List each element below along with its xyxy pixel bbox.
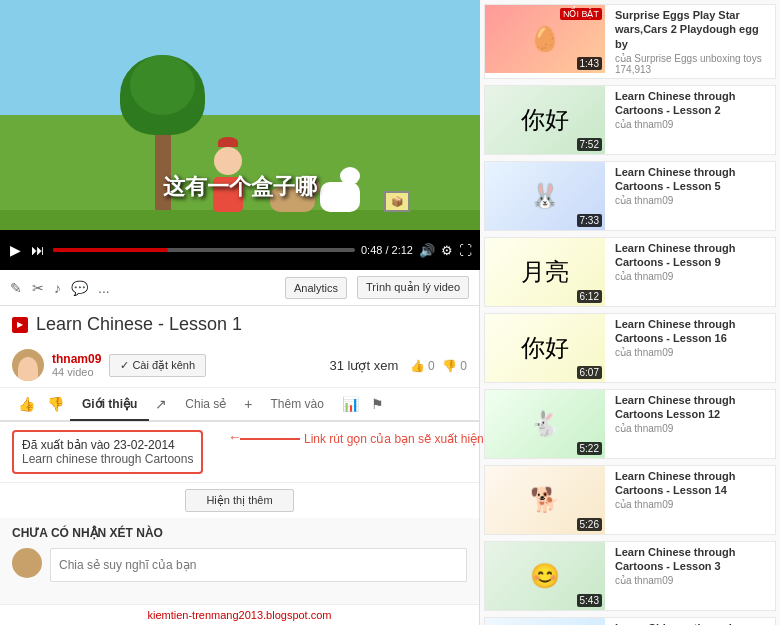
- channel-name[interactable]: thnam09: [52, 352, 101, 366]
- manage-videos-button[interactable]: Trình quản lý video: [357, 276, 469, 299]
- commenter-avatar: [12, 548, 42, 578]
- video-duration: 7:52: [577, 138, 602, 151]
- channel-left: thnam09 44 video ✓ Cài đặt kênh: [12, 349, 206, 381]
- sidebar-item-channel: của thnam09: [615, 575, 771, 586]
- goat-head: [340, 167, 360, 185]
- show-more-area: Hiện thị thêm: [0, 482, 479, 518]
- description-area: Đã xuất bản vào 23-02-2014 Learn chinese…: [0, 422, 479, 482]
- stats-icon[interactable]: 📊: [336, 388, 365, 420]
- video-scene: 📦 这有一个盒子哪: [0, 0, 480, 230]
- sidebar-item-channel: của thnam09: [615, 423, 771, 434]
- sidebar-item-info: Surprise Eggs Play Star wars,Cars 2 Play…: [611, 5, 775, 78]
- youtube-icon: [12, 317, 28, 333]
- annotation-arrow: [240, 438, 300, 440]
- sidebar-item-info: Learn Chinese through Cartoons - Lesson …: [611, 466, 775, 534]
- goat-character: [320, 182, 360, 212]
- like-count: 👍 0: [410, 359, 435, 373]
- video-duration: 5:26: [577, 518, 602, 531]
- analytics-button[interactable]: Analytics: [285, 277, 347, 299]
- sidebar-item-title: Learn Chinese through Cartoons - Lesson …: [615, 621, 771, 625]
- sidebar-item-channel: của thnam09: [615, 347, 771, 358]
- video-player[interactable]: 📦 这有一个盒子哪 ▶ ⏭ 0:48 / 2:12 🔊 ⚙ ⛶: [0, 0, 480, 270]
- sidebar-thumbnail: 🐕5:26: [485, 466, 605, 534]
- comment-input[interactable]: [50, 548, 467, 582]
- sidebar-item-title: Learn Chinese through Cartoons - Lesson …: [615, 545, 771, 574]
- description-box: Đã xuất bản vào 23-02-2014 Learn chinese…: [12, 430, 203, 474]
- channel-details: thnam09 44 video: [52, 352, 101, 378]
- sidebar-item[interactable]: 你好7:52Learn Chinese through Cartoons - L…: [484, 85, 776, 155]
- sidebar-thumbnail: 河水5:43: [485, 618, 605, 625]
- music-icon[interactable]: ♪: [54, 280, 61, 296]
- sidebar-item[interactable]: 🐇5:22Learn Chinese through Cartoons Less…: [484, 389, 776, 459]
- featured-badge: NỔI BẬT: [560, 8, 602, 20]
- video-duration: 5:22: [577, 442, 602, 455]
- fullscreen-icon[interactable]: ⛶: [459, 243, 472, 258]
- subscribe-button[interactable]: ✓ Cài đặt kênh: [109, 354, 206, 377]
- video-duration: 7:33: [577, 214, 602, 227]
- scissors-icon[interactable]: ✂: [32, 280, 44, 296]
- main-area: 📦 这有一个盒子哪 ▶ ⏭ 0:48 / 2:12 🔊 ⚙ ⛶ ✎ ✂ ♪ 💬 …: [0, 0, 480, 625]
- sidebar-item[interactable]: 月亮6:12Learn Chinese through Cartoons - L…: [484, 237, 776, 307]
- sidebar-item-title: Learn Chinese through Cartoons - Lesson …: [615, 317, 771, 346]
- goat-body: [320, 182, 360, 212]
- video-duration: 6:12: [577, 290, 602, 303]
- sidebar-thumbnail: 你好7:52: [485, 86, 605, 154]
- sidebar-thumbnail: 🐰7:33: [485, 162, 605, 230]
- progress-fill: [53, 248, 168, 252]
- sidebar-item-info: Learn Chinese through Cartoons - Lesson …: [611, 618, 775, 625]
- thumbnail-bg: 河水: [485, 618, 605, 625]
- sidebar: 🥚1:43NỔI BẬTSurprise Eggs Play Star wars…: [480, 0, 780, 625]
- tabs-row: 👍 👎 Giới thiệu ↗ Chia sẻ + Thêm vào 📊 ⚑: [0, 388, 479, 422]
- sidebar-item-title: Surprise Eggs Play Star wars,Cars 2 Play…: [615, 8, 771, 51]
- thumb-down-tab-icon[interactable]: 👎: [41, 388, 70, 420]
- flag-icon[interactable]: ⚑: [365, 388, 390, 420]
- video-info: Learn Chinese - Lesson 1: [0, 306, 479, 343]
- skip-button[interactable]: ⏭: [29, 240, 47, 260]
- sidebar-item[interactable]: 🥚1:43NỔI BẬTSurprise Eggs Play Star wars…: [484, 4, 776, 79]
- sidebar-item[interactable]: 🐰7:33Learn Chinese through Cartoons - Le…: [484, 161, 776, 231]
- annotation-area: Link rút gọn của bạn sẽ xuất hiện tại đâ…: [240, 432, 523, 446]
- dislike-count: 👎 0: [442, 359, 467, 373]
- thumb-up-tab-icon[interactable]: 👍: [12, 388, 41, 420]
- channel-video-count: 44 video: [52, 366, 101, 378]
- sidebar-item-title: Learn Chinese through Cartoons - Lesson …: [615, 469, 771, 498]
- show-more-button[interactable]: Hiện thị thêm: [185, 489, 293, 512]
- sidebar-item[interactable]: 河水5:43Learn Chinese through Cartoons - L…: [484, 617, 776, 625]
- sidebar-item[interactable]: 你好6:07Learn Chinese through Cartoons - L…: [484, 313, 776, 383]
- tab-themvao[interactable]: Thêm vào: [259, 389, 336, 421]
- sidebar-item-info: Learn Chinese through Cartoons Lesson 12…: [611, 390, 775, 458]
- sidebar-item[interactable]: 🐕5:26Learn Chinese through Cartoons - Le…: [484, 465, 776, 535]
- tab-chiase[interactable]: Chia sẻ: [173, 389, 238, 421]
- avatar-face: [18, 357, 38, 381]
- volume-icon[interactable]: 🔊: [419, 243, 435, 258]
- sidebar-thumbnail: 🐇5:22: [485, 390, 605, 458]
- char-hat: [218, 137, 238, 147]
- watermark: kiemtien-trenmang2013.blogspot.com: [0, 604, 479, 625]
- comment-icon[interactable]: 💬: [71, 280, 88, 296]
- description-text: Learn chinese through Cartoons: [22, 452, 193, 466]
- sidebar-thumbnail: 🥚1:43NỔI BẬT: [485, 5, 605, 73]
- edit-icon[interactable]: ✎: [10, 280, 22, 296]
- tab-gioithieu[interactable]: Giới thiệu: [70, 389, 149, 421]
- sidebar-item-title: Learn Chinese through Cartoons - Lesson …: [615, 165, 771, 194]
- sidebar-thumbnail: 😊5:43: [485, 542, 605, 610]
- play-button[interactable]: ▶: [8, 240, 23, 260]
- sidebar-item-channel: của thnam09: [615, 119, 771, 130]
- comment-input-row: [12, 548, 467, 582]
- video-duration: 1:43: [577, 57, 602, 70]
- sidebar-item-info: Learn Chinese through Cartoons - Lesson …: [611, 238, 775, 306]
- sidebar-item-title: Learn Chinese through Cartoons - Lesson …: [615, 241, 771, 270]
- share-icon[interactable]: ↗: [149, 388, 173, 420]
- sidebar-item-title: Learn Chinese through Cartoons Lesson 12: [615, 393, 771, 422]
- sidebar-thumbnail: 你好6:07: [485, 314, 605, 382]
- add-icon[interactable]: +: [238, 388, 258, 420]
- video-duration: 6:07: [577, 366, 602, 379]
- publish-date: Đã xuất bản vào 23-02-2014: [22, 438, 193, 452]
- char-head: [214, 147, 242, 175]
- progress-bar[interactable]: [53, 248, 355, 252]
- channel-row: thnam09 44 video ✓ Cài đặt kênh 31 lượt …: [0, 343, 479, 388]
- more-icon[interactable]: ...: [98, 280, 110, 296]
- settings-icon[interactable]: ⚙: [441, 243, 453, 258]
- sidebar-item[interactable]: 😊5:43Learn Chinese through Cartoons - Le…: [484, 541, 776, 611]
- tree-top2: [130, 55, 195, 115]
